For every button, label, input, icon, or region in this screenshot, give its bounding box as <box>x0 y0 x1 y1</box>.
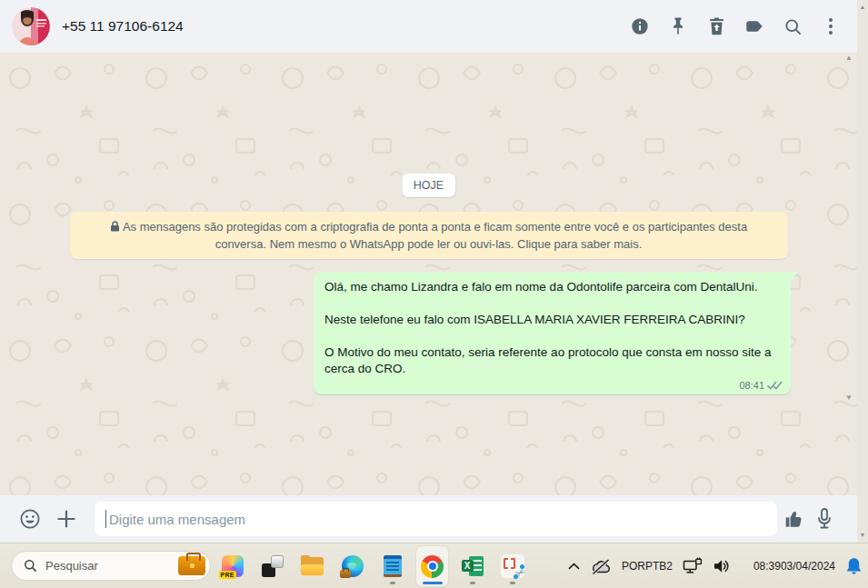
taskbar-app-notepad[interactable] <box>376 546 408 586</box>
edge-icon <box>342 555 364 577</box>
message-time: 08:41 <box>739 380 764 391</box>
file-explorer-icon <box>301 557 324 575</box>
message-paragraph: Olá, me chamo Lizandra e falo em nome da… <box>324 279 780 295</box>
page-scrollbar[interactable]: ▲ ▼ <box>857 0 868 543</box>
network-ethernet-icon[interactable] <box>683 557 703 575</box>
text-caret <box>105 510 106 528</box>
task-view-icon <box>262 555 284 577</box>
taskbar-clock[interactable]: 08:39 03/04/2024 <box>753 560 835 573</box>
info-icon[interactable] <box>628 15 652 38</box>
thumbs-up-icon[interactable] <box>783 508 807 530</box>
contact-avatar[interactable] <box>12 7 50 45</box>
bubble-tail <box>791 272 798 281</box>
copilot-icon: PRE <box>222 555 244 577</box>
search-icon <box>24 559 37 573</box>
briefcase-icon[interactable] <box>178 556 205 575</box>
encryption-notice-text: As mensagens são protegidas com a cripto… <box>123 220 747 251</box>
label-icon[interactable] <box>743 15 766 38</box>
emoji-icon[interactable] <box>18 507 42 531</box>
windows-taskbar: Pesquisar PRE <box>0 543 868 588</box>
avatar-image <box>12 7 50 45</box>
copilot-pre-badge: PRE <box>219 571 236 579</box>
double-check-icon <box>767 381 783 391</box>
contact-name[interactable]: +55 11 97106-6124 <box>62 0 184 53</box>
taskbar-app-copilot[interactable]: PRE <box>216 546 248 586</box>
chevron-up-icon[interactable] <box>568 563 580 570</box>
search-placeholder: Pesquisar <box>45 559 178 573</box>
delete-icon[interactable] <box>704 15 728 38</box>
volume-speaker-icon[interactable] <box>713 557 731 575</box>
lock-icon <box>110 220 120 236</box>
system-tray: POR PTB2 <box>568 543 863 588</box>
onedrive-cloud-off-icon[interactable] <box>590 558 612 575</box>
menu-kebab-icon[interactable] <box>819 15 843 38</box>
message-composer: Digite uma mensagem <box>0 495 857 543</box>
scrollbar-down-arrow[interactable]: ▼ <box>857 531 868 540</box>
running-indicator <box>510 582 515 584</box>
attach-plus-icon[interactable] <box>55 508 77 530</box>
message-paragraph: Neste telefone eu falo com ISABELLA MARI… <box>324 312 780 328</box>
snipping-tool-icon: ✂ <box>501 554 524 578</box>
taskbar-app-edge[interactable] <box>336 546 368 586</box>
notification-bell-icon[interactable] <box>845 557 863 576</box>
taskbar-app-snipping-tool[interactable]: ✂ <box>496 546 528 586</box>
taskbar-app-file-explorer[interactable] <box>296 546 328 586</box>
taskbar-app-excel[interactable]: X <box>456 546 488 586</box>
running-indicator <box>470 582 475 584</box>
message-meta: 08:41 <box>739 380 783 391</box>
scrollbar-up-arrow[interactable]: ▲ <box>857 3 868 12</box>
language-line1: POR <box>622 560 645 573</box>
whatsapp-window: +55 11 97106-6124 <box>0 0 868 588</box>
message-paragraph: O Motivo do meu contato, seria referente… <box>324 344 780 377</box>
taskbar-app-task-view[interactable] <box>256 546 288 586</box>
chat-header: +55 11 97106-6124 <box>0 0 857 53</box>
taskbar-search[interactable]: Pesquisar <box>11 551 211 581</box>
excel-icon: X <box>462 556 484 576</box>
chrome-icon <box>421 555 444 578</box>
outgoing-message-bubble: Olá, me chamo Lizandra e falo em nome da… <box>314 272 791 394</box>
mic-icon[interactable] <box>814 507 834 531</box>
search-icon[interactable] <box>781 15 804 38</box>
chat-area: ▲ ▼ HOJE As mensagens são protegidas com… <box>0 53 857 495</box>
message-input[interactable]: Digite uma mensagem <box>95 502 777 536</box>
language-indicator[interactable]: POR PTB2 <box>622 560 673 573</box>
taskbar-apps: PRE <box>216 546 528 586</box>
language-line2: PTB2 <box>645 560 673 573</box>
chat-scroll-up-arrow[interactable]: ▲ <box>845 54 853 62</box>
chat-scroll-down-arrow[interactable]: ▼ <box>845 394 853 402</box>
notepad-icon <box>384 555 402 577</box>
clock-time: 08:39 <box>753 560 781 573</box>
pin-icon[interactable] <box>666 15 690 38</box>
input-placeholder: Digite uma mensagem <box>109 512 245 527</box>
active-running-indicator <box>423 582 443 584</box>
date-divider-badge: HOJE <box>402 174 455 197</box>
taskbar-app-chrome[interactable] <box>416 546 448 586</box>
clock-date: 03/04/2024 <box>781 560 835 573</box>
running-indicator <box>390 582 395 584</box>
header-actions <box>628 0 843 53</box>
work-profile-badge <box>340 570 351 578</box>
encryption-notice-banner[interactable]: As mensagens são protegidas com a cripto… <box>70 212 788 259</box>
